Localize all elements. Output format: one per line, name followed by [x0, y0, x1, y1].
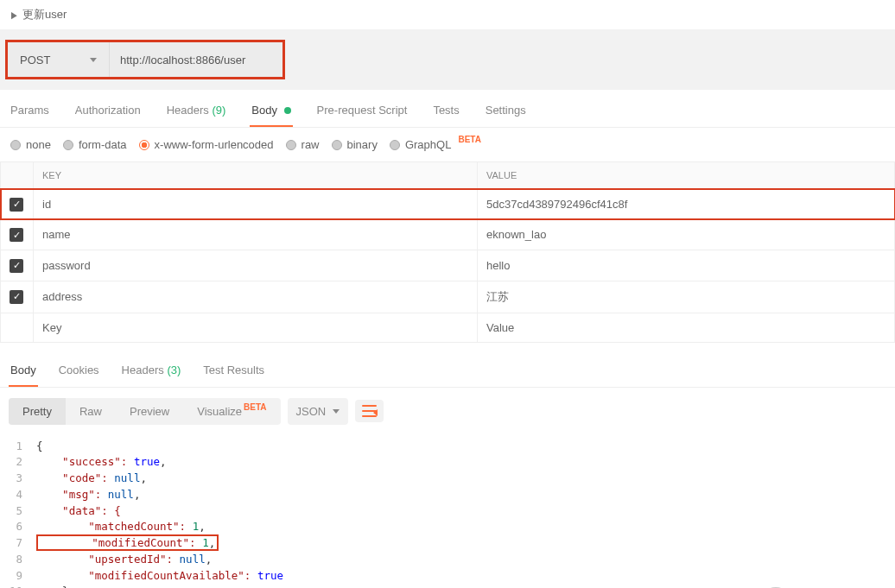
- tab-authorization[interactable]: Authorization: [73, 104, 143, 127]
- body-type-formdata[interactable]: form-data: [63, 138, 127, 151]
- wrap-lines-icon: [362, 405, 377, 417]
- request-header: ▶ 更新user: [0, 0, 895, 29]
- body-type-xwww[interactable]: x-www-form-urlencoded: [139, 138, 274, 151]
- http-method-dropdown[interactable]: POST: [8, 42, 110, 77]
- highlighted-code: "modifiedCount": 1,: [36, 534, 219, 551]
- request-tabs: Params Authorization Headers (9) Body Pr…: [0, 90, 895, 128]
- kv-value[interactable]: 5dc37cd4389792496cf41c8f: [478, 189, 895, 220]
- tab-headers-count: (9): [212, 104, 225, 117]
- kv-key[interactable]: address: [34, 281, 478, 313]
- resp-tab-cookies[interactable]: Cookies: [57, 364, 101, 387]
- resp-tab-headers[interactable]: Headers (3): [120, 364, 183, 387]
- view-visualize-button[interactable]: VisualizeBETA: [183, 398, 280, 425]
- radio-icon: [286, 140, 296, 150]
- kv-key-header: KEY: [34, 162, 478, 189]
- tab-body-label: Body: [251, 104, 277, 117]
- tab-body[interactable]: Body: [250, 104, 292, 127]
- radio-selected-icon: [139, 140, 149, 150]
- checkbox-checked-icon[interactable]: ✓: [10, 198, 23, 212]
- tab-params[interactable]: Params: [9, 104, 51, 127]
- resp-tab-body[interactable]: Body: [9, 364, 38, 387]
- radio-icon: [10, 140, 21, 150]
- response-tabs: Body Cookies Headers (3) Test Results: [0, 351, 895, 388]
- table-row[interactable]: ✓ address 江苏: [1, 281, 895, 313]
- checkbox-checked-icon[interactable]: ✓: [10, 290, 23, 304]
- resp-headers-count: (3): [167, 364, 181, 376]
- response-toolbar: Pretty Raw Preview VisualizeBETA JSON: [0, 388, 895, 435]
- radio-icon: [332, 140, 342, 150]
- kv-value-placeholder[interactable]: Value: [478, 313, 895, 342]
- view-preview-button[interactable]: Preview: [116, 398, 183, 425]
- kv-check-header: [1, 162, 34, 189]
- kv-key[interactable]: id: [34, 189, 478, 220]
- view-pretty-button[interactable]: Pretty: [9, 398, 66, 425]
- http-method-label: POST: [20, 54, 50, 66]
- body-type-graphql[interactable]: GraphQLBETA: [390, 138, 481, 151]
- radio-icon: [390, 140, 400, 150]
- beta-badge: BETA: [244, 402, 266, 412]
- kv-key[interactable]: password: [34, 250, 478, 281]
- checkbox-checked-icon[interactable]: ✓: [10, 259, 23, 273]
- body-type-raw[interactable]: raw: [286, 138, 320, 151]
- resp-tab-testresults[interactable]: Test Results: [201, 364, 266, 387]
- url-input[interactable]: [110, 42, 282, 77]
- body-type-none[interactable]: none: [10, 138, 51, 151]
- tab-headers[interactable]: Headers (9): [165, 104, 228, 127]
- view-raw-button[interactable]: Raw: [66, 398, 116, 425]
- checkbox-checked-icon[interactable]: ✓: [10, 228, 23, 242]
- request-title: 更新user: [22, 7, 67, 22]
- tab-tests[interactable]: Tests: [431, 104, 460, 127]
- table-row[interactable]: ✓ id 5dc37cd4389792496cf41c8f: [1, 189, 895, 220]
- kv-value[interactable]: 江苏: [478, 281, 895, 313]
- body-type-binary[interactable]: binary: [332, 138, 378, 151]
- tab-prerequest[interactable]: Pre-request Script: [315, 104, 409, 127]
- kv-value[interactable]: eknown_lao: [478, 219, 895, 250]
- kv-value[interactable]: hello: [478, 250, 895, 281]
- url-bar-area: POST: [0, 29, 895, 90]
- kv-key[interactable]: name: [34, 219, 478, 250]
- table-new-row[interactable]: Key Value: [1, 313, 895, 342]
- response-body-code[interactable]: 1{ 2 "success": true, 3 "code": null, 4 …: [0, 435, 895, 589]
- tab-headers-label: Headers: [167, 104, 209, 117]
- body-kv-table: KEY VALUE ✓ id 5dc37cd4389792496cf41c8f …: [0, 161, 895, 343]
- expand-caret-icon[interactable]: ▶: [11, 9, 16, 21]
- table-row[interactable]: ✓ password hello: [1, 250, 895, 281]
- table-row[interactable]: ✓ name eknown_lao: [1, 219, 895, 250]
- chevron-down-icon: [333, 409, 340, 414]
- body-type-row: none form-data x-www-form-urlencoded raw…: [0, 128, 895, 161]
- response-format-dropdown[interactable]: JSON: [288, 398, 349, 425]
- body-active-dot-icon: [284, 107, 291, 114]
- format-label: JSON: [296, 405, 327, 418]
- radio-icon: [63, 140, 73, 150]
- wrap-lines-button[interactable]: [355, 400, 384, 422]
- kv-value-header: VALUE: [478, 162, 895, 189]
- beta-badge: BETA: [458, 135, 480, 144]
- kv-key-placeholder[interactable]: Key: [34, 313, 478, 342]
- view-mode-group: Pretty Raw Preview VisualizeBETA: [9, 398, 281, 425]
- chevron-down-icon: [90, 58, 97, 62]
- tab-settings[interactable]: Settings: [484, 104, 528, 127]
